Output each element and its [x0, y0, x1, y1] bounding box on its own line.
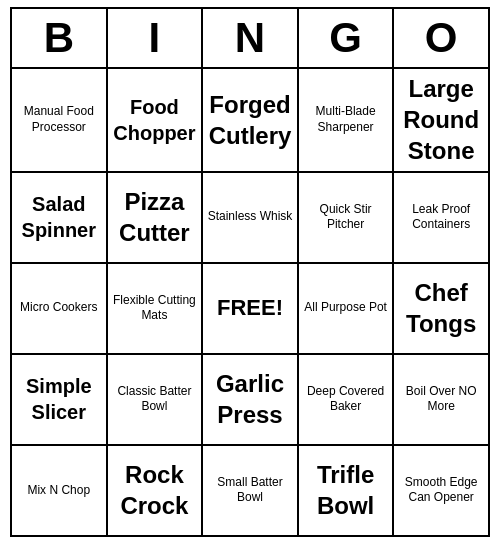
cell-3-1: Classic Batter Bowl	[108, 355, 204, 444]
cell-2-0: Micro Cookers	[12, 264, 108, 353]
bingo-row-4: Mix N ChopRock CrockSmall Batter BowlTri…	[12, 446, 488, 535]
cell-2-3: All Purpose Pot	[299, 264, 395, 353]
bingo-row-1: Salad SpinnerPizza CutterStainless Whisk…	[12, 173, 488, 264]
cell-3-3: Deep Covered Baker	[299, 355, 395, 444]
cell-0-0: Manual Food Processor	[12, 69, 108, 171]
cell-0-4: Large Round Stone	[394, 69, 488, 171]
cell-1-1: Pizza Cutter	[108, 173, 204, 262]
cell-3-2: Garlic Press	[203, 355, 299, 444]
cell-4-0: Mix N Chop	[12, 446, 108, 535]
header-letter-N: N	[203, 9, 299, 67]
cell-3-0: Simple Slicer	[12, 355, 108, 444]
cell-1-4: Leak Proof Containers	[394, 173, 488, 262]
cell-0-2: Forged Cutlery	[203, 69, 299, 171]
cell-0-1: Food Chopper	[108, 69, 204, 171]
header-letter-B: B	[12, 9, 108, 67]
bingo-header: BINGO	[12, 9, 488, 69]
bingo-row-2: Micro CookersFlexible Cutting MatsFREE!A…	[12, 264, 488, 355]
cell-4-2: Small Batter Bowl	[203, 446, 299, 535]
cell-2-4: Chef Tongs	[394, 264, 488, 353]
cell-4-1: Rock Crock	[108, 446, 204, 535]
bingo-row-3: Simple SlicerClassic Batter BowlGarlic P…	[12, 355, 488, 446]
cell-0-3: Multi-Blade Sharpener	[299, 69, 395, 171]
cell-4-3: Trifle Bowl	[299, 446, 395, 535]
header-letter-O: O	[394, 9, 488, 67]
cell-2-2: FREE!	[203, 264, 299, 353]
header-letter-G: G	[299, 9, 395, 67]
cell-2-1: Flexible Cutting Mats	[108, 264, 204, 353]
header-letter-I: I	[108, 9, 204, 67]
cell-1-0: Salad Spinner	[12, 173, 108, 262]
bingo-grid: Manual Food ProcessorFood ChopperForged …	[12, 69, 488, 535]
cell-3-4: Boil Over NO More	[394, 355, 488, 444]
cell-1-3: Quick Stir Pitcher	[299, 173, 395, 262]
cell-4-4: Smooth Edge Can Opener	[394, 446, 488, 535]
bingo-row-0: Manual Food ProcessorFood ChopperForged …	[12, 69, 488, 173]
bingo-card: BINGO Manual Food ProcessorFood ChopperF…	[10, 7, 490, 537]
cell-1-2: Stainless Whisk	[203, 173, 299, 262]
